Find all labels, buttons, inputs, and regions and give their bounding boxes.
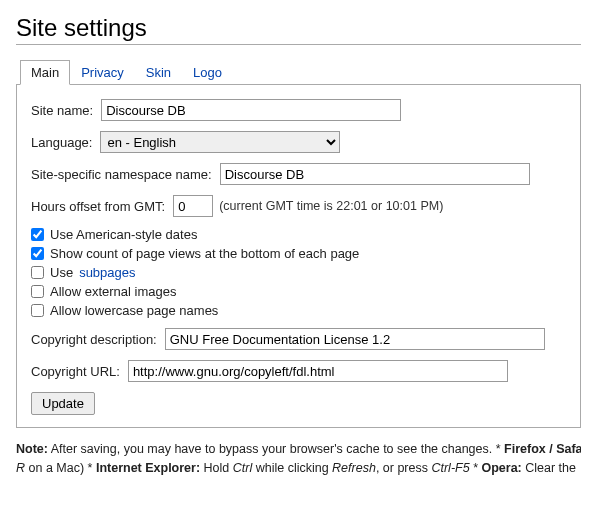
cache-note: Note: After saving, you may have to bypa… xyxy=(16,440,581,478)
note-body7: * xyxy=(470,461,482,475)
site-name-input[interactable] xyxy=(101,99,401,121)
note-ctrlf5: Ctrl-F5 xyxy=(431,461,469,475)
external-images-label: Allow external images xyxy=(50,284,176,299)
copyright-url-label: Copyright URL: xyxy=(31,364,120,379)
lowercase-label: Allow lowercase page names xyxy=(50,303,218,318)
page-views-checkbox[interactable] xyxy=(31,247,44,260)
american-dates-label: Use American-style dates xyxy=(50,227,197,242)
tab-main[interactable]: Main xyxy=(20,60,70,85)
hours-offset-input[interactable] xyxy=(173,195,213,217)
page-title: Site settings xyxy=(16,14,581,45)
note-body6: , or press xyxy=(376,461,432,475)
lowercase-checkbox[interactable] xyxy=(31,304,44,317)
gmt-hint: (current GMT time is 22:01 or 10:01 PM) xyxy=(219,199,443,213)
note-body3: on a Mac) * xyxy=(25,461,96,475)
note-prefix: Note: xyxy=(16,442,48,456)
tab-logo[interactable]: Logo xyxy=(182,60,233,85)
subpages-checkbox[interactable] xyxy=(31,266,44,279)
note-body8: Clear the xyxy=(522,461,576,475)
note-body1: After saving, you may have to bypass you… xyxy=(48,442,504,456)
note-ie: Internet Explorer: xyxy=(96,461,200,475)
namespace-label: Site-specific namespace name: xyxy=(31,167,212,182)
note-body5: while clicking xyxy=(252,461,332,475)
namespace-input[interactable] xyxy=(220,163,530,185)
note-ctrl: Ctrl xyxy=(233,461,252,475)
copyright-desc-input[interactable] xyxy=(165,328,545,350)
note-firefox: Firefox / Safari: xyxy=(504,442,581,456)
tabs: Main Privacy Skin Logo xyxy=(16,60,581,85)
language-label: Language: xyxy=(31,135,92,150)
copyright-url-input[interactable] xyxy=(128,360,508,382)
site-name-label: Site name: xyxy=(31,103,93,118)
subpages-label-prefix: Use xyxy=(50,265,73,280)
language-select[interactable]: en - English xyxy=(100,131,340,153)
american-dates-checkbox[interactable] xyxy=(31,228,44,241)
tab-privacy[interactable]: Privacy xyxy=(70,60,135,85)
update-button[interactable]: Update xyxy=(31,392,95,415)
hours-offset-label: Hours offset from GMT: xyxy=(31,199,165,214)
page-views-label: Show count of page views at the bottom o… xyxy=(50,246,359,261)
note-opera: Opera: xyxy=(481,461,521,475)
settings-panel: Site name: Language: en - English Site-s… xyxy=(16,84,581,428)
note-refresh: Refresh xyxy=(332,461,376,475)
checkbox-group: Use American-style dates Show count of p… xyxy=(31,227,566,318)
copyright-desc-label: Copyright description: xyxy=(31,332,157,347)
note-body4: Hold xyxy=(200,461,233,475)
tab-skin[interactable]: Skin xyxy=(135,60,182,85)
note-rmac: R xyxy=(16,461,25,475)
subpages-link[interactable]: subpages xyxy=(79,265,135,280)
external-images-checkbox[interactable] xyxy=(31,285,44,298)
